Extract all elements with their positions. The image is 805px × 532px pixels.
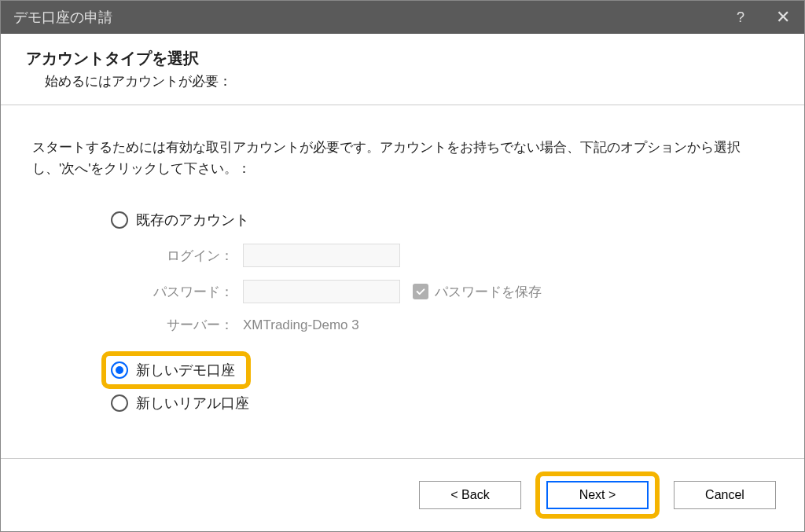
next-button[interactable]: Next > xyxy=(546,481,649,509)
radio-new-demo-label: 新しいデモ口座 xyxy=(136,361,235,380)
instruction-text: スタートするためには有効な取引アカウントが必要です。アカウントをお持ちでない場合… xyxy=(32,137,773,179)
dialog-window: デモ口座の申請 ? ✕ アカウントタイプを選択 始めるにはアカウントが必要： ス… xyxy=(0,0,805,532)
password-input xyxy=(243,280,400,303)
radio-existing-label: 既存のアカウント xyxy=(136,211,249,229)
radio-existing-account[interactable]: 既存のアカウント xyxy=(111,211,773,229)
radio-new-real-account[interactable]: 新しいリアル口座 xyxy=(111,394,773,413)
radio-circle-icon xyxy=(111,394,128,412)
server-label: サーバー： xyxy=(139,316,233,334)
server-value: XMTrading-Demo 3 xyxy=(243,317,359,333)
footer-buttons: < Back Next > Cancel xyxy=(1,458,804,531)
cancel-button-label: Cancel xyxy=(705,488,744,502)
radio-circle-icon xyxy=(111,361,128,379)
radio-new-demo-account[interactable]: 新しいデモ口座 xyxy=(101,351,251,389)
titlebar: デモ口座の申請 ? ✕ xyxy=(1,1,804,34)
options-group: 既存のアカウント ログイン： パスワード： パスワードを保存 xyxy=(32,211,773,413)
help-icon: ? xyxy=(737,9,744,26)
next-button-highlight: Next > xyxy=(535,471,660,519)
page-title: アカウントタイプを選択 xyxy=(26,48,788,69)
page-subtitle: 始めるにはアカウントが必要： xyxy=(45,72,788,90)
password-row: パスワード： パスワードを保存 xyxy=(139,280,773,303)
server-row: サーバー： XMTrading-Demo 3 xyxy=(139,316,773,334)
window-title: デモ口座の申請 xyxy=(13,8,719,27)
password-label: パスワード： xyxy=(139,283,233,301)
content-area: スタートするためには有効な取引アカウントが必要です。アカウントをお持ちでない場合… xyxy=(1,105,804,458)
close-icon: ✕ xyxy=(776,7,790,28)
back-button-label: < Back xyxy=(450,488,489,502)
back-button[interactable]: < Back xyxy=(419,481,521,509)
save-password-checkbox: パスワードを保存 xyxy=(413,283,542,301)
login-row: ログイン： xyxy=(139,244,773,267)
radio-new-real-label: 新しいリアル口座 xyxy=(136,394,249,413)
login-input xyxy=(243,244,400,267)
save-password-label: パスワードを保存 xyxy=(435,283,542,301)
existing-account-form: ログイン： パスワード： パスワードを保存 サーバー： XMTrading xyxy=(139,244,773,334)
header-section: アカウントタイプを選択 始めるにはアカウントが必要： xyxy=(1,34,804,105)
login-label: ログイン： xyxy=(139,247,233,265)
close-button[interactable]: ✕ xyxy=(762,1,804,34)
checkbox-icon xyxy=(413,284,428,299)
next-button-label: Next > xyxy=(579,488,616,502)
help-button[interactable]: ? xyxy=(719,1,762,34)
radio-circle-icon xyxy=(111,211,128,229)
cancel-button[interactable]: Cancel xyxy=(674,481,776,509)
